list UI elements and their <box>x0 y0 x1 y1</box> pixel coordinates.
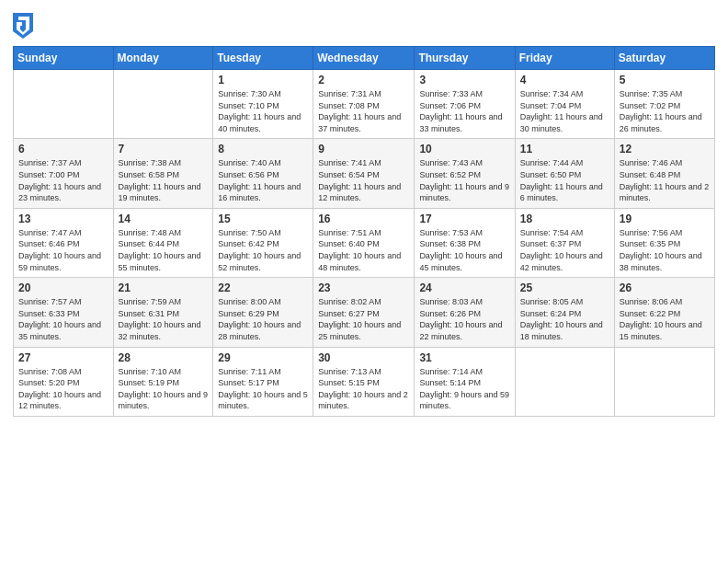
calendar-cell: 9Sunrise: 7:41 AM Sunset: 6:54 PM Daylig… <box>313 139 415 208</box>
day-number: 13 <box>18 213 108 225</box>
day-info: Sunrise: 8:00 AM Sunset: 6:29 PM Dayligh… <box>218 297 301 341</box>
week-row-2: 6Sunrise: 7:37 AM Sunset: 7:00 PM Daylig… <box>14 139 715 208</box>
day-info: Sunrise: 7:13 AM Sunset: 5:15 PM Dayligh… <box>318 367 408 411</box>
day-info: Sunrise: 7:14 AM Sunset: 5:14 PM Dayligh… <box>419 367 509 411</box>
day-number: 3 <box>419 74 509 86</box>
calendar-cell: 10Sunrise: 7:43 AM Sunset: 6:52 PM Dayli… <box>415 139 515 208</box>
week-row-3: 13Sunrise: 7:47 AM Sunset: 6:46 PM Dayli… <box>14 208 715 277</box>
day-info: Sunrise: 7:59 AM Sunset: 6:31 PM Dayligh… <box>119 297 201 341</box>
day-number: 1 <box>218 74 308 86</box>
day-info: Sunrise: 7:54 AM Sunset: 6:37 PM Dayligh… <box>520 228 603 272</box>
calendar-cell: 11Sunrise: 7:44 AM Sunset: 6:50 PM Dayli… <box>515 139 614 208</box>
day-info: Sunrise: 7:48 AM Sunset: 6:44 PM Dayligh… <box>119 228 201 272</box>
calendar-cell <box>515 347 614 416</box>
calendar-cell: 8Sunrise: 7:40 AM Sunset: 6:56 PM Daylig… <box>213 139 313 208</box>
day-number: 8 <box>218 143 308 155</box>
calendar-cell: 23Sunrise: 8:02 AM Sunset: 6:27 PM Dayli… <box>313 278 415 347</box>
day-info: Sunrise: 7:38 AM Sunset: 6:58 PM Dayligh… <box>119 158 201 202</box>
calendar-cell: 21Sunrise: 7:59 AM Sunset: 6:31 PM Dayli… <box>113 278 213 347</box>
day-number: 6 <box>18 143 108 155</box>
day-info: Sunrise: 7:40 AM Sunset: 6:56 PM Dayligh… <box>218 158 301 202</box>
calendar-cell: 29Sunrise: 7:11 AM Sunset: 5:17 PM Dayli… <box>213 347 313 416</box>
calendar-cell: 31Sunrise: 7:14 AM Sunset: 5:14 PM Dayli… <box>415 347 515 416</box>
day-number: 7 <box>119 143 209 155</box>
day-info: Sunrise: 7:56 AM Sunset: 6:35 PM Dayligh… <box>620 228 702 272</box>
calendar-cell: 16Sunrise: 7:51 AM Sunset: 6:40 PM Dayli… <box>313 208 415 277</box>
calendar-cell: 15Sunrise: 7:50 AM Sunset: 6:42 PM Dayli… <box>213 208 313 277</box>
day-number: 11 <box>520 143 609 155</box>
day-number: 22 <box>218 282 308 294</box>
day-number: 28 <box>119 351 209 364</box>
day-number: 23 <box>318 282 409 294</box>
col-header-monday: Monday <box>113 47 213 70</box>
day-number: 29 <box>218 351 308 364</box>
day-info: Sunrise: 7:57 AM Sunset: 6:33 PM Dayligh… <box>18 297 101 341</box>
calendar-cell: 17Sunrise: 7:53 AM Sunset: 6:38 PM Dayli… <box>415 208 515 277</box>
calendar-cell: 20Sunrise: 7:57 AM Sunset: 6:33 PM Dayli… <box>14 278 114 347</box>
day-info: Sunrise: 7:47 AM Sunset: 6:46 PM Dayligh… <box>18 228 101 272</box>
calendar-cell: 22Sunrise: 8:00 AM Sunset: 6:29 PM Dayli… <box>213 278 313 347</box>
col-header-sunday: Sunday <box>14 47 114 70</box>
calendar-cell <box>14 70 114 139</box>
calendar-cell: 1Sunrise: 7:30 AM Sunset: 7:10 PM Daylig… <box>213 70 313 139</box>
day-info: Sunrise: 7:35 AM Sunset: 7:02 PM Dayligh… <box>620 89 702 133</box>
day-number: 20 <box>18 282 108 294</box>
week-row-1: 1Sunrise: 7:30 AM Sunset: 7:10 PM Daylig… <box>14 70 715 139</box>
day-number: 18 <box>520 213 609 225</box>
week-row-5: 27Sunrise: 7:08 AM Sunset: 5:20 PM Dayli… <box>14 347 715 416</box>
day-info: Sunrise: 7:53 AM Sunset: 6:38 PM Dayligh… <box>419 228 502 272</box>
day-info: Sunrise: 7:43 AM Sunset: 6:52 PM Dayligh… <box>419 158 509 202</box>
calendar-cell: 7Sunrise: 7:38 AM Sunset: 6:58 PM Daylig… <box>113 139 213 208</box>
column-headers-row: SundayMondayTuesdayWednesdayThursdayFrid… <box>14 47 715 70</box>
logo-icon <box>13 13 33 39</box>
day-number: 15 <box>218 213 308 225</box>
calendar-cell: 24Sunrise: 8:03 AM Sunset: 6:26 PM Dayli… <box>415 278 515 347</box>
day-info: Sunrise: 7:11 AM Sunset: 5:17 PM Dayligh… <box>218 367 308 411</box>
day-number: 30 <box>318 351 409 364</box>
day-number: 14 <box>119 213 209 225</box>
day-number: 16 <box>318 213 409 225</box>
calendar-cell: 27Sunrise: 7:08 AM Sunset: 5:20 PM Dayli… <box>14 347 114 416</box>
day-number: 24 <box>419 282 509 294</box>
col-header-thursday: Thursday <box>415 47 515 70</box>
calendar-cell: 13Sunrise: 7:47 AM Sunset: 6:46 PM Dayli… <box>14 208 114 277</box>
day-number: 5 <box>620 74 710 86</box>
calendar-cell: 4Sunrise: 7:34 AM Sunset: 7:04 PM Daylig… <box>515 70 614 139</box>
calendar-cell <box>113 70 213 139</box>
day-info: Sunrise: 7:46 AM Sunset: 6:48 PM Dayligh… <box>620 158 710 202</box>
calendar-cell: 2Sunrise: 7:31 AM Sunset: 7:08 PM Daylig… <box>313 70 415 139</box>
calendar-cell: 18Sunrise: 7:54 AM Sunset: 6:37 PM Dayli… <box>515 208 614 277</box>
day-info: Sunrise: 7:33 AM Sunset: 7:06 PM Dayligh… <box>419 89 502 133</box>
calendar-cell: 19Sunrise: 7:56 AM Sunset: 6:35 PM Dayli… <box>614 208 714 277</box>
calendar-cell: 12Sunrise: 7:46 AM Sunset: 6:48 PM Dayli… <box>614 139 714 208</box>
day-number: 9 <box>318 143 409 155</box>
day-info: Sunrise: 8:03 AM Sunset: 6:26 PM Dayligh… <box>419 297 502 341</box>
day-number: 21 <box>119 282 209 294</box>
day-number: 10 <box>419 143 509 155</box>
day-number: 26 <box>620 282 710 294</box>
calendar-cell: 6Sunrise: 7:37 AM Sunset: 7:00 PM Daylig… <box>14 139 114 208</box>
calendar-cell: 28Sunrise: 7:10 AM Sunset: 5:19 PM Dayli… <box>113 347 213 416</box>
day-info: Sunrise: 7:34 AM Sunset: 7:04 PM Dayligh… <box>520 89 603 133</box>
day-number: 2 <box>318 74 409 86</box>
calendar-cell: 25Sunrise: 8:05 AM Sunset: 6:24 PM Dayli… <box>515 278 614 347</box>
day-info: Sunrise: 7:50 AM Sunset: 6:42 PM Dayligh… <box>218 228 301 272</box>
day-info: Sunrise: 7:30 AM Sunset: 7:10 PM Dayligh… <box>218 89 301 133</box>
calendar-cell: 26Sunrise: 8:06 AM Sunset: 6:22 PM Dayli… <box>614 278 714 347</box>
col-header-saturday: Saturday <box>614 47 714 70</box>
day-info: Sunrise: 8:05 AM Sunset: 6:24 PM Dayligh… <box>520 297 603 341</box>
header <box>13 9 715 39</box>
day-info: Sunrise: 7:37 AM Sunset: 7:00 PM Dayligh… <box>18 158 101 202</box>
col-header-friday: Friday <box>515 47 614 70</box>
day-number: 25 <box>520 282 609 294</box>
day-info: Sunrise: 7:08 AM Sunset: 5:20 PM Dayligh… <box>18 367 101 411</box>
week-row-4: 20Sunrise: 7:57 AM Sunset: 6:33 PM Dayli… <box>14 278 715 347</box>
col-header-tuesday: Tuesday <box>213 47 313 70</box>
day-info: Sunrise: 7:44 AM Sunset: 6:50 PM Dayligh… <box>520 158 603 202</box>
day-number: 17 <box>419 213 509 225</box>
logo <box>13 13 37 39</box>
calendar-cell: 14Sunrise: 7:48 AM Sunset: 6:44 PM Dayli… <box>113 208 213 277</box>
col-header-wednesday: Wednesday <box>313 47 415 70</box>
day-info: Sunrise: 7:41 AM Sunset: 6:54 PM Dayligh… <box>318 158 401 202</box>
day-number: 27 <box>18 351 108 364</box>
